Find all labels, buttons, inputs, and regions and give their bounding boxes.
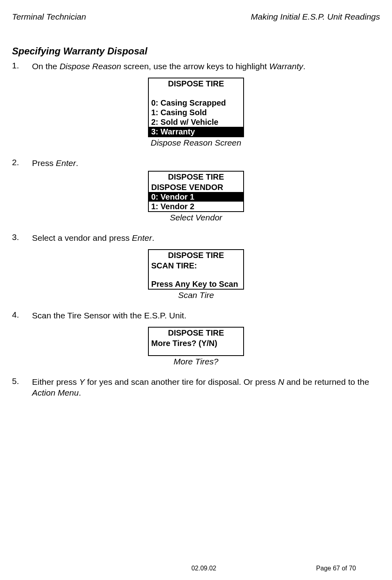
screen-title: DISPOSE TIRE [149, 78, 243, 89]
screen-option: 1: Casing Sold [149, 108, 243, 117]
screen-option: 2: Sold w/ Vehicle [149, 117, 243, 127]
screen-title: DISPOSE TIRE [149, 172, 243, 182]
page-footer: 02.09.02 Page 67 of 70 [0, 565, 392, 572]
screen-dispose-reason: DISPOSE TIRE 0: Casing Scrapped 1: Casin… [12, 78, 380, 148]
step-text: On the Dispose Reason screen, use the ar… [32, 61, 380, 72]
screen-more-tires: DISPOSE TIRE More Tires? (Y/N) More Tire… [12, 327, 380, 366]
screen-line: SCAN TIRE: [149, 261, 243, 270]
screen-line: Press Any Key to Scan [149, 279, 243, 289]
screen-title: DISPOSE TIRE [149, 250, 243, 261]
step-number: 4. [12, 310, 32, 321]
step-number: 5. [12, 376, 32, 398]
screen-title: DISPOSE TIRE [149, 328, 243, 338]
step-number: 2. [12, 158, 32, 168]
page-header: Terminal Technician Making Initial E.S.P… [12, 12, 380, 22]
screen-caption: Dispose Reason Screen [151, 138, 241, 148]
step-text: Press Enter. [32, 158, 380, 168]
step-number: 3. [12, 232, 32, 243]
step-1: 1. On the Dispose Reason screen, use the… [12, 61, 380, 72]
footer-page: Page 67 of 70 [316, 565, 356, 572]
screen-option: 0: Casing Scrapped [149, 98, 243, 108]
screen-subtitle: DISPOSE VENDOR [149, 182, 243, 192]
step-4: 4. Scan the Tire Sensor with the E.S.P. … [12, 310, 380, 321]
header-left: Terminal Technician [12, 12, 86, 22]
step-text: Either press Y for yes and scan another … [32, 376, 380, 398]
screen-line: More Tires? (Y/N) [149, 338, 243, 348]
step-2: 2. Press Enter. [12, 158, 380, 168]
screen-option-highlighted: 3: Warranty [149, 127, 243, 136]
header-right: Making Initial E.S.P. Unit Readings [251, 12, 380, 22]
screen-option: 1: Vendor 2 [149, 202, 243, 211]
step-number: 1. [12, 61, 32, 72]
screen-caption: More Tires? [174, 357, 218, 366]
screen-option-highlighted: 0: Vendor 1 [149, 192, 243, 202]
step-5: 5. Either press Y for yes and scan anoth… [12, 376, 380, 398]
screen-select-vendor: DISPOSE TIRE DISPOSE VENDOR 0: Vendor 1 … [12, 171, 380, 222]
section-title: Specifying Warranty Disposal [12, 46, 380, 57]
screen-scan-tire: DISPOSE TIRE SCAN TIRE: Press Any Key to… [12, 249, 380, 300]
footer-date: 02.09.02 [191, 565, 216, 572]
step-text: Scan the Tire Sensor with the E.S.P. Uni… [32, 310, 380, 321]
step-3: 3. Select a vendor and press Enter. [12, 232, 380, 243]
screen-caption: Select Vendor [170, 213, 222, 222]
step-text: Select a vendor and press Enter. [32, 232, 380, 243]
screen-caption: Scan Tire [178, 290, 214, 300]
